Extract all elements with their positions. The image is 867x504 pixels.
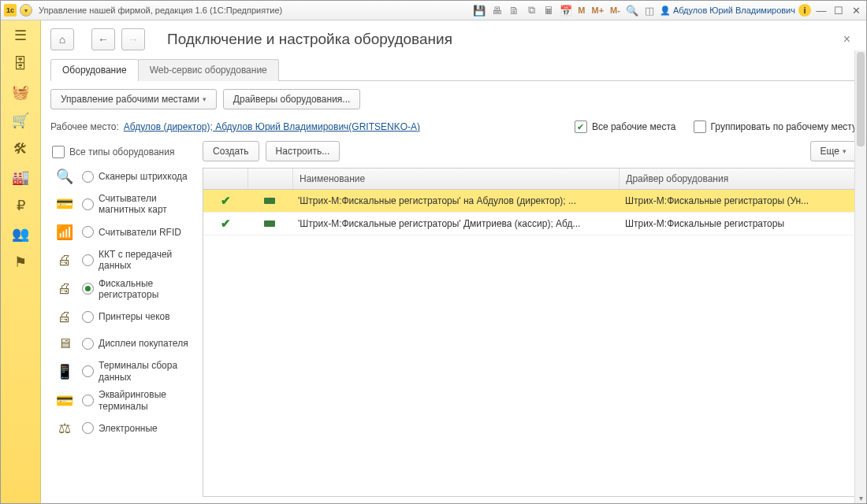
all-workplaces-label: Все рабочие места	[592, 121, 676, 132]
equipment-type-list: 🔍Сканеры штрихкода💳Считыватели магнитных…	[50, 163, 196, 497]
workplace-link[interactable]: Абдулов (директор); Абдулов Юрий Владими…	[124, 121, 420, 132]
equipment-type-icon: 📶	[52, 222, 77, 243]
forward-button[interactable]: →	[121, 28, 145, 50]
nav-money-icon[interactable]: ₽	[12, 197, 29, 214]
row-icon	[247, 220, 292, 227]
group-by-workplace-checkbox[interactable]	[694, 120, 706, 133]
more-button[interactable]: Еще▾	[810, 141, 857, 161]
equipment-type-radio[interactable]	[82, 283, 94, 295]
equipment-type-radio[interactable]	[82, 254, 94, 266]
equipment-type-icon: 🖨	[52, 306, 77, 327]
mminus-button[interactable]: M-	[608, 6, 622, 15]
equipment-type-item[interactable]: 🖨ККТ с передачей данных	[50, 246, 196, 275]
equipment-type-label: Фискальные регистраторы	[99, 278, 195, 301]
col-name[interactable]: Наименование	[293, 169, 620, 189]
equipment-type-radio[interactable]	[82, 338, 94, 350]
page-title: Подключение и настройка оборудования	[167, 31, 831, 48]
equipment-grid: Наименование Драйвер оборудования ✔'Штри…	[203, 168, 857, 497]
compare-icon[interactable]: ⧉	[524, 3, 538, 17]
equipment-type-item[interactable]: ⚖Электронные	[50, 415, 196, 442]
print-icon[interactable]: 🖶	[489, 3, 504, 17]
equipment-type-icon: 🔍	[52, 166, 77, 187]
equipment-type-label: Считыватели RFID	[99, 227, 195, 238]
nav-tools-icon[interactable]: 🛠	[12, 140, 29, 158]
tab-webservice[interactable]: Web-сервис оборудование	[138, 59, 279, 81]
equipment-type-item[interactable]: 🖥Дисплеи покупателя	[50, 330, 196, 357]
row-icon	[247, 198, 292, 204]
create-button[interactable]: Создать	[203, 141, 259, 161]
equipment-type-icon: 📱	[52, 361, 77, 382]
user-link[interactable]: 👤Абдулов Юрий Владимирович	[660, 6, 795, 16]
equipment-type-radio[interactable]	[82, 226, 94, 238]
equipment-type-icon: 💳	[52, 391, 77, 411]
equipment-type-label: Считыватели магнитных карт	[99, 193, 195, 216]
app-menu-dropdown[interactable]: ▾	[20, 4, 32, 17]
drivers-button[interactable]: Драйверы оборудования...	[223, 89, 361, 109]
minimize-button[interactable]: —	[814, 4, 828, 17]
col-driver[interactable]: Драйвер оборудования	[620, 169, 856, 189]
nav-people-icon[interactable]: 👥	[12, 225, 29, 243]
page-close-button[interactable]: ×	[837, 29, 857, 50]
table-row[interactable]: ✔'Штрих-М:Фискальные регистраторы' на Аб…	[203, 190, 856, 213]
info-icon[interactable]: i	[798, 4, 811, 17]
nav-basket-icon[interactable]: 🧺	[12, 83, 29, 101]
mplus-button[interactable]: M+	[590, 6, 606, 15]
scroll-down-arrow[interactable]: ▾	[855, 492, 866, 503]
equipment-type-icon: 🖨	[52, 250, 77, 270]
equipment-type-item[interactable]: 💳Эквайринговые терминалы	[50, 386, 196, 415]
col-check[interactable]	[203, 169, 248, 189]
equipment-type-radio[interactable]	[82, 198, 94, 210]
tab-equipment[interactable]: Оборудование	[50, 59, 139, 81]
save-icon[interactable]: 💾	[472, 3, 486, 17]
equipment-type-item[interactable]: 🖨Принтеры чеков	[50, 303, 196, 330]
equipment-type-icon: 🖨	[52, 279, 77, 299]
vertical-scrollbar[interactable]: ▴ ▾	[854, 50, 866, 503]
row-name: 'Штрих-М:Фискальные регистраторы' Дмитри…	[292, 218, 619, 229]
zoom-icon[interactable]: 🔍	[625, 3, 639, 17]
equipment-type-label: Эквайринговые терминалы	[99, 389, 195, 412]
home-button[interactable]: ⌂	[50, 28, 74, 50]
equipment-type-radio[interactable]	[82, 422, 94, 434]
calendar-icon[interactable]: 📅	[559, 3, 573, 17]
equipment-type-label: ККТ с передачей данных	[99, 249, 195, 272]
nav-flag-icon[interactable]: ⚑	[12, 254, 29, 271]
nav-cart-icon[interactable]: 🛒	[12, 112, 29, 129]
configure-button[interactable]: Настроить...	[266, 141, 340, 161]
equipment-type-radio[interactable]	[82, 395, 94, 406]
panels-icon[interactable]: ◫	[642, 3, 657, 17]
row-driver: Штрих-М:Фискальные регистраторы (Ун...	[619, 195, 856, 206]
equipment-type-item[interactable]: 📶Считыватели RFID	[50, 219, 196, 246]
equipment-type-item[interactable]: 🖨Фискальные регистраторы	[50, 275, 196, 304]
workplace-label: Рабочее место:	[50, 121, 119, 132]
row-check: ✔	[203, 194, 247, 208]
back-button[interactable]: ←	[91, 28, 115, 50]
equipment-type-radio[interactable]	[82, 171, 94, 183]
maximize-button[interactable]: ☐	[832, 4, 846, 17]
table-row[interactable]: ✔'Штрих-М:Фискальные регистраторы' Дмитр…	[203, 213, 856, 235]
user-name: Абдулов Юрий Владимирович	[673, 6, 795, 15]
equipment-type-label: Электронные	[99, 423, 195, 434]
equipment-type-item[interactable]: 💳Считыватели магнитных карт	[50, 190, 196, 219]
equipment-type-radio[interactable]	[82, 311, 94, 323]
all-types-label: Все типы оборудования	[69, 146, 174, 158]
equipment-type-label: Сканеры штрихкода	[99, 171, 195, 182]
nav-factory-icon[interactable]: 🏭	[12, 169, 29, 186]
col-icon[interactable]	[248, 169, 293, 189]
workplaces-menu-button[interactable]: Управление рабочими местами▾	[50, 89, 217, 109]
doc-icon[interactable]: 🗎	[507, 3, 521, 17]
equipment-type-radio[interactable]	[82, 365, 94, 377]
equipment-type-item[interactable]: 📱Терминалы сбора данных	[50, 357, 196, 386]
nav-menu-icon[interactable]: ☰	[12, 27, 29, 44]
scroll-thumb[interactable]	[857, 52, 865, 146]
equipment-type-label: Дисплеи покупателя	[99, 338, 195, 349]
nav-desktop-icon[interactable]: 🗄	[12, 55, 29, 72]
tabs: Оборудование Web-сервис оборудование	[50, 58, 857, 81]
calc-icon[interactable]: 🖩	[541, 3, 556, 17]
equipment-type-item[interactable]: 🔍Сканеры штрихкода	[50, 163, 196, 190]
equipment-type-icon: 🖥	[52, 333, 77, 354]
all-workplaces-checkbox[interactable]: ✔	[575, 120, 587, 133]
close-button[interactable]: ✕	[849, 4, 863, 17]
window-title: Управление нашей фирмой, редакция 1.6 (1…	[39, 6, 282, 15]
all-types-checkbox[interactable]	[52, 146, 65, 158]
m-button[interactable]: M	[576, 6, 586, 15]
